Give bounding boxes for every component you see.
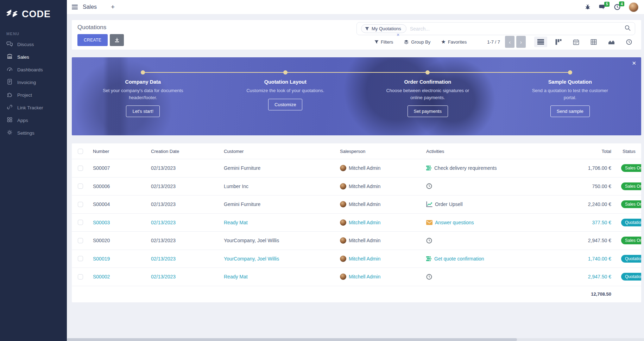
row-checkbox[interactable] [78,274,83,279]
pager-next-button[interactable]: › [516,36,526,48]
pager-range: 1-7 / 7 [487,39,500,45]
column-header-salesperson[interactable]: Salesperson [336,149,422,154]
column-header-activities[interactable]: Activities [422,149,540,154]
activity-cell[interactable]: Answer questions [422,220,540,225]
messages-icon[interactable]: 5 [599,4,606,10]
messages-count-badge: 5 [604,2,610,7]
view-calendar-icon[interactable] [570,37,582,47]
activity-cell[interactable]: Get quote confirmation [422,256,540,262]
activities-clock-icon[interactable]: 4 [614,4,620,10]
sidebar-item-label: Discuss [17,42,34,47]
envelope-icon [426,220,433,225]
row-checkbox[interactable] [78,184,83,189]
table-row[interactable]: S00020 02/13/2023 YourCompany, Joel Will… [72,231,641,250]
quotation-number: S00019 [89,256,147,262]
quotation-number: S00007 [89,165,147,171]
search-input[interactable] [410,26,625,32]
sidebar-item-discuss[interactable]: Discuss [0,38,67,51]
column-header-status[interactable]: Status [615,149,641,154]
sidebar-nav: Discuss Sales Dashboards Invoicing Proje… [0,38,67,139]
horizontal-scrollbar[interactable] [67,338,644,341]
view-graph-icon[interactable] [605,37,618,47]
table-row[interactable]: S00007 02/13/2023 Gemini Furniture Mitch… [72,159,641,177]
column-header-total[interactable]: Total [540,149,615,154]
quotation-number: S00006 [89,184,147,189]
table-row[interactable]: S00019 02/13/2023 YourCompany, Joel Will… [72,250,641,268]
step-dot [283,70,288,75]
column-header-number[interactable]: Number [89,149,147,154]
row-checkbox[interactable] [78,238,83,243]
salesperson-avatar [340,201,346,207]
clock-icon [426,274,432,280]
sidebar-item-settings[interactable]: Settings [0,127,67,139]
activities-count-badge: 4 [619,1,624,6]
sidebar: CODE MENU Discuss Sales Dashboards Invoi… [0,0,67,341]
row-checkbox[interactable] [78,220,83,225]
activity-cell[interactable] [422,183,540,189]
star-icon: ★ [441,39,446,45]
hamburger-menu-icon[interactable] [72,5,78,9]
create-button[interactable]: CREATE [77,34,108,46]
activity-cell[interactable] [422,238,540,244]
activity-cell[interactable]: Check delivery requirements [422,165,540,171]
group-by-button[interactable]: Group By [404,39,430,45]
sidebar-item-label: Project [17,92,32,98]
favorites-label: Favorites [448,39,467,45]
total-amount: 750.00 € [540,184,615,189]
status-badge: Sales Order [621,182,641,190]
row-checkbox[interactable] [78,256,83,261]
table-row[interactable]: S00002 02/13/2023 Ready Mat Mitchell Adm… [72,268,641,286]
view-kanban-icon[interactable] [552,37,565,47]
search-icon[interactable] [625,25,631,32]
menu-section-label: MENU [6,32,67,36]
column-header-creation-date[interactable]: Creation Date [147,149,220,154]
debug-bug-icon[interactable] [585,4,591,10]
row-checkbox[interactable] [78,166,83,171]
sidebar-item-apps[interactable]: Apps [0,114,67,127]
table-row[interactable]: S00003 02/13/2023 Ready Mat Mitchell Adm… [72,213,641,232]
set-payments-button[interactable]: Set payments [408,105,448,117]
send-sample-button[interactable]: Send sample [550,105,590,117]
view-activity-icon[interactable] [623,37,635,47]
scrollbar-thumb[interactable] [67,338,517,341]
customer-name: Gemini Furniture [220,165,336,171]
view-list-icon[interactable] [534,37,547,47]
select-all-checkbox[interactable] [78,149,83,154]
search-facet-label: My Quotations [372,26,401,31]
new-tab-button[interactable]: + [111,3,115,11]
step-description: Choose between electronic signatures or … [385,87,470,101]
app-logo[interactable]: CODE [0,0,67,20]
salesperson-name: Mitchell Admin [349,201,380,207]
gear-icon [6,129,13,137]
lets-start-button[interactable]: Let's start! [126,105,160,117]
pager-previous-button[interactable]: ‹ [505,36,514,48]
search-bar[interactable]: My Quotations ✕ [356,22,635,35]
user-avatar[interactable] [629,2,638,12]
favorites-button[interactable]: ★ Favorites [441,39,467,45]
row-checkbox[interactable] [78,202,83,207]
activity-cell[interactable] [422,274,540,280]
customer-name: Lumber Inc [220,184,336,189]
sidebar-item-sales[interactable]: Sales [0,51,67,63]
sidebar-item-link-tracker[interactable]: Link Tracker [0,101,67,114]
activity-cell[interactable]: Order Upsell [422,201,540,207]
view-pivot-icon[interactable] [587,37,600,47]
export-download-button[interactable] [110,34,124,46]
status-badge: Sales Order [621,164,641,172]
column-header-customer[interactable]: Customer [220,149,336,154]
current-app-title[interactable]: Sales [83,4,97,10]
chart-up-icon [426,201,433,207]
layers-icon [404,39,409,45]
table-row[interactable]: S00006 02/13/2023 Lumber Inc Mitchell Ad… [72,177,641,195]
sidebar-item-project[interactable]: Project [0,89,67,101]
search-facet-my-quotations[interactable]: My Quotations ✕ [361,24,406,33]
step-title: Order Confirmation [356,79,499,85]
total-amount: 1,706.00 € [540,165,615,171]
sidebar-item-invoicing[interactable]: Invoicing [0,76,67,89]
filters-button[interactable]: Filters [374,39,393,45]
salesperson-avatar [340,165,346,171]
table-row[interactable]: S00004 02/13/2023 Gemini Furniture Mitch… [72,195,641,213]
sidebar-item-dashboards[interactable]: Dashboards [0,63,67,76]
customer-name: Ready Mat [220,274,336,279]
customize-button[interactable]: Customize [268,99,302,110]
